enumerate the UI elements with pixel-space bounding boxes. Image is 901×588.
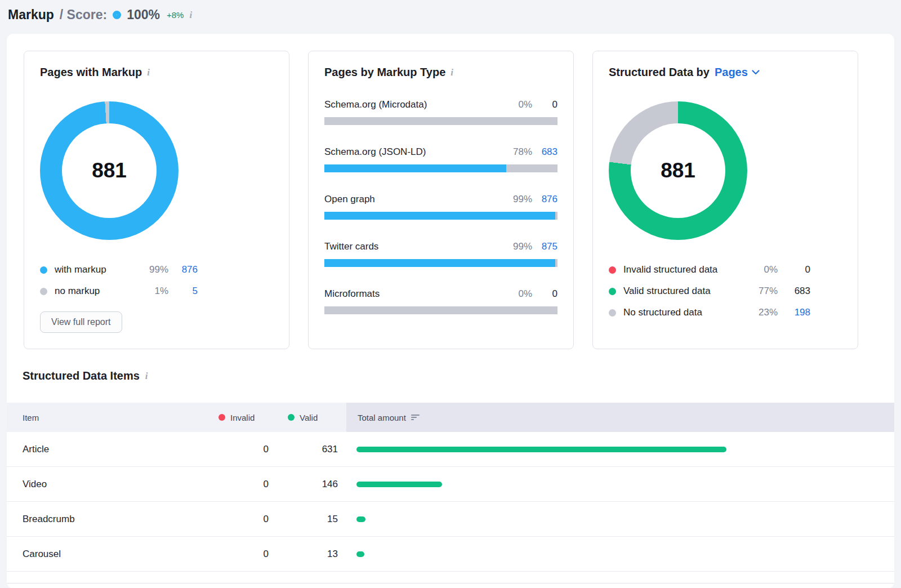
valid-dot-icon: [288, 414, 295, 421]
with-markup-count-link[interactable]: 876: [168, 264, 198, 275]
legend-dot-gray: [609, 309, 616, 317]
json-ld-count-link[interactable]: 683: [538, 146, 557, 158]
no-markup-count-link[interactable]: 5: [168, 286, 198, 297]
legend-dot-green: [609, 288, 616, 295]
info-icon[interactable]: i: [450, 68, 453, 77]
column-valid: Valid: [288, 413, 346, 422]
valid-value: 631: [269, 444, 338, 455]
score-value: 100%: [127, 7, 160, 23]
card-title: Structured Data by: [609, 66, 710, 79]
markup-type-row: Schema.org (Microdata) 0% 0: [324, 99, 557, 125]
invalid-value: 0: [218, 479, 269, 490]
card-title: Pages with Markup: [40, 66, 142, 79]
donut-total: 881: [40, 101, 179, 240]
item-name: Video: [7, 479, 218, 490]
card-pages-by-markup-type: Pages by Markup Type i Schema.org (Micro…: [308, 51, 574, 349]
open-graph-count-link[interactable]: 876: [538, 194, 557, 205]
donut-total: 881: [609, 101, 747, 240]
microformats-count: 0: [538, 288, 557, 300]
item-name: Article: [7, 444, 218, 455]
item-name: Breadcrumb: [7, 514, 218, 525]
valid-value: 146: [269, 479, 338, 490]
markup-type-row: Schema.org (JSON-LD) 78% 683: [324, 146, 557, 172]
twitter-cards-count-link[interactable]: 875: [538, 241, 557, 252]
json-ld-bar: [324, 164, 557, 172]
microdata-bar: [324, 117, 557, 125]
structured-data-donut-chart: 881: [609, 101, 747, 240]
microdata-count: 0: [538, 99, 557, 110]
structured-data-items-heading: Structured Data Items i: [23, 369, 894, 382]
microformats-bar: [324, 306, 557, 314]
chevron-down-icon: [752, 70, 760, 75]
pages-selector-dropdown[interactable]: Pages: [715, 66, 760, 79]
valid-value: 13: [269, 549, 338, 560]
total-amount-bar: [356, 482, 442, 487]
page-title: Markup: [8, 7, 54, 23]
markup-type-row: Twitter cards 99% 875: [324, 241, 557, 267]
markup-type-row: Open graph 99% 876: [324, 194, 557, 220]
table-bottom-divider: [7, 583, 894, 583]
invalid-value: 0: [218, 514, 269, 525]
sort-desc-icon: [411, 415, 420, 420]
total-amount-bar: [356, 551, 364, 557]
open-graph-bar: [324, 212, 557, 220]
legend-item: Invalid structured data 0% 0: [609, 259, 842, 280]
total-amount-bar: [356, 516, 365, 522]
markup-report-panel: Pages with Markup i 881 with markup 99% …: [7, 34, 894, 588]
score-delta-badge: +8%: [167, 10, 184, 20]
info-icon[interactable]: i: [189, 10, 192, 20]
summary-cards: Pages with Markup i 881 with markup 99% …: [7, 34, 894, 349]
invalid-value: 0: [218, 444, 269, 455]
info-icon[interactable]: i: [145, 371, 148, 381]
no-structured-count-link[interactable]: 198: [778, 307, 810, 318]
donut-legend: Invalid structured data 0% 0 Valid struc…: [609, 259, 842, 323]
column-item: Item: [7, 413, 218, 422]
column-total-amount-sort[interactable]: Total amount: [346, 403, 894, 432]
twitter-cards-bar: [324, 259, 557, 267]
pages-with-markup-donut-chart: 881: [40, 101, 179, 240]
invalid-value: 0: [218, 549, 269, 560]
table-row: Carousel 0 13: [7, 537, 894, 572]
table-row: Breadcrumb 0 15: [7, 502, 894, 537]
legend-item: no markup 1% 5: [40, 280, 273, 302]
card-structured-data-by-pages: Structured Data by Pages 881 Invalid str…: [592, 51, 858, 349]
invalid-structured-count: 0: [778, 264, 810, 275]
invalid-dot-icon: [218, 414, 225, 421]
valid-structured-count: 683: [778, 286, 810, 297]
report-header: Markup / Score: 100% +8% i: [0, 0, 901, 32]
card-pages-with-markup: Pages with Markup i 881 with markup 99% …: [24, 51, 289, 349]
column-invalid: Invalid: [218, 413, 288, 422]
score-ring-icon: [113, 11, 121, 19]
card-title: Pages by Markup Type: [324, 66, 445, 79]
legend-item: Valid structured data 77% 683: [609, 280, 842, 302]
legend-dot-blue: [40, 266, 47, 274]
valid-value: 15: [269, 514, 338, 525]
legend-dot-gray: [40, 288, 47, 295]
donut-legend: with markup 99% 876 no markup 1% 5: [40, 259, 273, 302]
table-row: Article 0 631: [7, 432, 894, 467]
markup-type-row: Microformats 0% 0: [324, 288, 557, 314]
score-label: / Score:: [60, 7, 107, 23]
total-amount-bar: [356, 447, 726, 452]
table-header: Item Invalid Valid Total amount: [7, 403, 894, 432]
legend-item: with markup 99% 876: [40, 259, 273, 280]
legend-item: No structured data 23% 198: [609, 302, 842, 323]
view-full-report-button[interactable]: View full report: [40, 311, 122, 333]
legend-dot-red: [609, 266, 616, 274]
item-name: Carousel: [7, 549, 218, 560]
table-row: Video 0 146: [7, 467, 894, 502]
info-icon[interactable]: i: [147, 68, 150, 77]
